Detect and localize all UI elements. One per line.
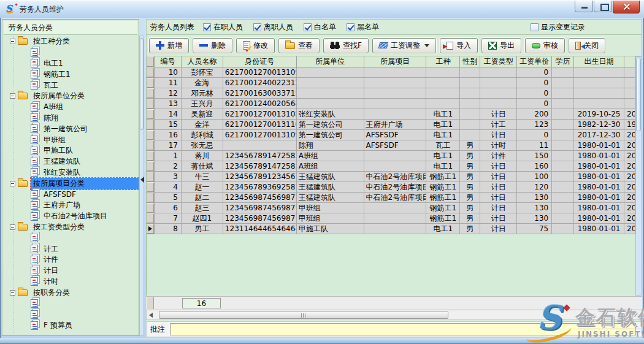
table-row[interactable]: 7 赵四1 123456987456987128 甲班组 钢筋工1 男 计日 1… [147,213,635,224]
tree-item-label: 第一建筑公司 [41,123,90,135]
tree-scrollbar-thumb[interactable] [140,38,144,130]
tree-item[interactable]: 瓦工 [4,80,139,91]
table-row[interactable]: 17 张无忌 陈翔 AFSFSDF 瓦工 男 计时 11 1980-01-01 … [147,140,635,151]
tree-item[interactable] [4,232,139,243]
table-row[interactable]: 5 赵二 123456987456987123 王猛建筑队 中石油2号油库项目 … [147,193,635,203]
tree-expander-icon[interactable] [10,39,15,44]
toolbar-button[interactable]: 导入 [440,38,478,53]
cell-unit: 第一建筑公司 [297,120,364,130]
cell-birthdate: 2019-10-25 [574,109,624,120]
tree-item[interactable]: 计时 [4,277,139,288]
tree-item[interactable]: 中石油2号油库项目 [4,211,139,222]
tree-item[interactable]: 按工种分类 [4,36,139,47]
toolbar-button[interactable]: 修改 [236,38,275,53]
tree-item[interactable]: 钢筋工1 [4,69,139,80]
cell-gender: 男 [460,151,480,161]
tree-item[interactable] [4,47,139,58]
tree-item[interactable]: A班组 [4,102,139,113]
cell-extra [624,88,635,99]
tree-item[interactable]: 第一建筑公司 [4,123,139,134]
toolbar-button[interactable]: 导出 [481,38,521,53]
column-header[interactable]: 工资单价 [517,56,552,67]
toolbar-button[interactable]: 工资调整 [372,38,436,53]
cell-id-number: 123456987456987128 [223,213,297,224]
note-input[interactable] [170,323,636,335]
column-header[interactable]: 工资类型 [480,56,517,67]
column-header[interactable]: 性别 [460,56,480,67]
tree-node-icon [18,180,28,187]
tree-item[interactable]: 按所属单位分类 [4,91,139,102]
filter-checkbox[interactable]: 黑名单 [347,22,379,32]
table-row[interactable]: 2 蒋仕斌 123456789147258368 A班组 电工1 男 计日 16… [147,161,635,172]
tree-item[interactable]: 计件 [4,254,139,266]
table-row[interactable]: 16 彭利城 6217001270013109246 第一建筑公司 AFSFSD… [147,130,635,140]
tree-scrollbar[interactable] [139,36,144,336]
tree-expander-icon[interactable] [10,290,15,296]
column-header[interactable]: 编号 [155,56,182,67]
tree-expander-icon[interactable] [10,181,15,186]
table-row[interactable]: 11 金海 6217001240022312503 0 [147,78,635,88]
toolbar-button[interactable]: 查看 [278,38,320,53]
toolbar-button[interactable]: 审核 [525,38,565,53]
tree-item[interactable]: 王府井广场 [4,200,139,211]
close-button[interactable] [613,1,640,13]
table-row[interactable]: 12 邓元林 6217001630033715613 0 [147,88,635,99]
table-row[interactable]: 13 王兴月 6217001240020564725 0 [147,99,635,109]
filter-checkbox[interactable]: 白名单 [304,22,336,32]
filter-checkbox[interactable]: 在职人员 [203,22,243,32]
column-header[interactable]: 出生日期 [574,56,624,67]
toolbar-button[interactable]: 新增 [149,38,189,53]
table-row[interactable]: 3 牛三 123456789123456781 王猛建筑队 中石油2号油库项目 … [147,172,635,182]
hscrollbar-thumb[interactable] [159,311,448,319]
toolbar-button[interactable]: 查找F [323,38,369,53]
cell-project [364,99,427,109]
tree-item[interactable]: 电工1 [4,58,139,69]
tree-item[interactable] [4,309,139,320]
toolbar-button[interactable]: 删除 [193,38,232,53]
tree-item[interactable]: F 预算员 [4,320,139,331]
tree-item[interactable] [4,298,139,309]
tree-item[interactable]: 张红安装队 [4,167,139,178]
column-header[interactable] [624,56,635,67]
table-row[interactable]: 6 赵三 123456987456987124 甲班组 钢筋工1 男 计日 13… [147,203,635,213]
cell-number: 7 [155,213,182,224]
tree-item[interactable]: 计日 [4,266,139,277]
scroll-left-icon[interactable] [149,313,153,318]
column-header[interactable]: 所属项目 [364,56,427,67]
tree-item[interactable]: AFSFSDF [4,189,139,200]
filter-checkbox[interactable]: 离职人员 [253,22,293,32]
table-row[interactable]: 8 男工 123114644654646450 甲施工队 电工1 男 计日 75… [147,224,635,234]
tree-item[interactable]: 按职务分类 [4,287,139,298]
tree-item[interactable]: 甲施工队 [4,145,139,156]
table-horizontal-scrollbar[interactable] [146,310,642,320]
minimize-button[interactable] [575,1,593,12]
tree-item[interactable]: 陈翔 [4,113,139,124]
table-row[interactable]: 10 彭怀宝 6217001270013109725 0 [147,67,635,78]
tree-item[interactable]: 甲班组 [4,134,139,145]
table-vscrollbar-thumb[interactable] [636,58,641,131]
change-log-checkbox[interactable]: 显示变更记录 [531,22,585,32]
table-row[interactable]: 15 金洋 6217001270013110236 第一建筑公司 王府井广场 电… [147,120,635,130]
column-header[interactable]: 所属单位 [297,56,364,67]
maximize-button[interactable] [594,1,612,12]
splitter-collapse-icon[interactable] [140,177,144,183]
column-header[interactable]: 学历 [552,56,574,67]
column-header[interactable]: 人员名称 [182,56,223,67]
column-header[interactable]: 身份证号 [223,56,297,67]
tree-item[interactable]: 按工资类型分类 [4,222,139,233]
column-header[interactable]: 工种 [426,56,460,67]
cell-worktype [426,99,460,109]
tree-item[interactable]: 王猛建筑队 [4,156,139,167]
wage-icon [378,42,388,48]
table-row[interactable]: 14 吴新迎 6217001270013108883 张红安装队 电工1 计日 … [147,109,635,120]
table-row[interactable]: 1 蒋川 123456789147258369 A班组 电工1 男 计件 150… [147,151,635,161]
table-vertical-scrollbar[interactable] [635,56,642,296]
toolbar-button[interactable]: 关闭 [569,38,605,53]
tree-expander-icon[interactable] [10,224,15,230]
tree-item[interactable]: 计工 [4,243,139,254]
cell-gender: 男 [460,140,480,151]
tree-item[interactable]: 按所属项目分类 [4,178,139,189]
tree-expander-icon[interactable] [10,93,15,99]
closedoor-icon [575,42,581,50]
table-row[interactable]: 4 赵一 123456789369258147 王猛建筑队 中石油2号油库项目 … [147,182,635,193]
